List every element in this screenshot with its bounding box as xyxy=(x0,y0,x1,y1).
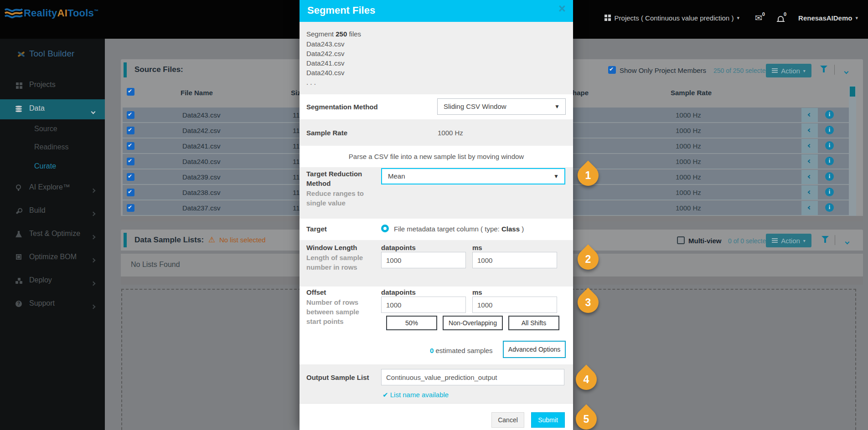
menu-bars-icon xyxy=(772,238,778,239)
ms-column-label: ms xyxy=(472,244,482,251)
lightbulb-icon xyxy=(16,184,23,192)
multiview-checkbox[interactable] xyxy=(677,236,685,244)
sidebar-item-data[interactable]: Data xyxy=(0,99,105,119)
sidebar-subitem-source[interactable]: Source xyxy=(0,121,105,139)
annotation-badge-4: 4 xyxy=(571,364,601,394)
tool-builder-label: Tool Builder xyxy=(29,49,74,59)
database-icon xyxy=(16,106,23,113)
sidebar-item-ai-explore[interactable]: AI Explore™ xyxy=(0,178,105,198)
no-lists-found: No Lists Found xyxy=(131,261,180,269)
scrollbar-thumb[interactable] xyxy=(850,87,855,97)
row-checkbox[interactable] xyxy=(127,204,134,212)
segmentation-method-row: Segmentation Method Sliding CSV Window▼ xyxy=(300,94,573,119)
target-label: Target xyxy=(306,225,327,233)
offset-allshifts-button[interactable]: All Shifts xyxy=(508,316,559,330)
show-only-checkbox[interactable] xyxy=(608,66,616,74)
chevron-right-icon xyxy=(92,186,95,194)
sidebar-item-optimize-bom[interactable]: Optimize BOM xyxy=(0,248,105,268)
table-scrollbar[interactable] xyxy=(849,86,856,218)
window-length-ms-input[interactable] xyxy=(472,252,557,268)
window-length-datapoints-input[interactable] xyxy=(381,252,466,268)
action-button[interactable]: Action▾ xyxy=(766,234,811,247)
offset-ms-input[interactable] xyxy=(472,297,557,313)
tool-builder-header: Tool Builder xyxy=(0,43,105,66)
file-list-item: Data240.csv xyxy=(306,69,344,77)
offset-hint: Number of rows xyxy=(306,298,358,306)
info-icon[interactable]: i xyxy=(825,157,834,165)
accent-bar xyxy=(124,62,127,77)
row-checkbox[interactable] xyxy=(127,142,134,150)
offset-datapoints-input[interactable] xyxy=(381,297,466,313)
row-expand-chevron[interactable] xyxy=(801,108,818,122)
row-expand-chevron[interactable] xyxy=(801,185,818,200)
brand-logo[interactable]: RealityAITools™ xyxy=(24,7,98,19)
target-reduction-label: Target Reduction xyxy=(306,170,362,178)
row-checkbox[interactable] xyxy=(127,189,134,196)
sample-rate-label: Sample Rate xyxy=(306,129,347,137)
info-icon[interactable]: i xyxy=(825,110,834,119)
row-expand-chevron[interactable] xyxy=(801,154,818,169)
target-radio[interactable] xyxy=(381,225,389,232)
row-checkbox[interactable] xyxy=(127,127,134,134)
advanced-options-button[interactable]: Advanced Options xyxy=(503,341,566,358)
bell-icon[interactable] xyxy=(778,16,784,21)
sidebar-subitem-readiness[interactable]: Readiness xyxy=(0,139,105,157)
chevron-right-icon xyxy=(92,256,95,264)
sidebar-item-support[interactable]: Support xyxy=(0,294,105,314)
offset-nonoverlapping-button[interactable]: Non-Overlapping xyxy=(443,316,503,330)
row-expand-chevron[interactable] xyxy=(801,201,818,215)
info-icon[interactable]: i xyxy=(825,188,834,196)
filter-icon[interactable] xyxy=(822,236,829,243)
filter-icon[interactable] xyxy=(820,66,827,73)
info-icon[interactable]: i xyxy=(825,203,834,212)
datapoints-column-label: datapoints xyxy=(381,244,416,251)
sidebar-item-test-optimize[interactable]: Test & Optimize xyxy=(0,225,105,245)
row-expand-chevron[interactable] xyxy=(801,123,818,138)
divider xyxy=(835,235,835,245)
sidebar-item-projects[interactable]: Projects xyxy=(0,76,105,96)
caret-down-icon: ▾ xyxy=(737,15,739,21)
info-icon[interactable]: i xyxy=(825,126,834,134)
segmentation-method-select[interactable]: Sliding CSV Window▼ xyxy=(437,98,566,115)
divider xyxy=(834,65,835,75)
submit-button[interactable]: Submit xyxy=(531,412,565,428)
window-length-label: Window Length xyxy=(306,244,357,251)
collapse-chevron-icon[interactable] xyxy=(845,67,848,75)
info-icon[interactable]: i xyxy=(825,172,834,181)
projects-menu[interactable]: Projects ( Continuous value prediction ) xyxy=(615,14,734,22)
mail-icon[interactable]: ✉ xyxy=(755,13,762,23)
multiview-label: Multi-view xyxy=(688,237,722,245)
target-reduction-select[interactable]: Mean▼ xyxy=(381,168,565,184)
ms-column-label: ms xyxy=(472,288,482,296)
cancel-button[interactable]: Cancel xyxy=(491,412,524,428)
list-name-available: ✔ List name available xyxy=(382,391,449,399)
chevron-right-icon xyxy=(92,302,95,310)
offset-row: Offset Number of rows between sample sta… xyxy=(300,287,573,364)
collapse-chevron-icon[interactable] xyxy=(846,237,849,246)
menu-bars-icon xyxy=(772,68,778,69)
segment-summary: Segment 250 files xyxy=(306,30,361,38)
sidebar-subitem-curate[interactable]: Curate xyxy=(0,158,105,176)
caret-down-icon: ▼ xyxy=(554,99,560,114)
user-caret-icon: ▾ xyxy=(855,15,858,21)
offset-50pct-button[interactable]: 50% xyxy=(386,316,437,330)
row-expand-chevron[interactable] xyxy=(801,139,818,153)
sidebar-item-build[interactable]: Build xyxy=(0,201,105,221)
close-icon[interactable]: × xyxy=(558,2,566,16)
row-expand-chevron[interactable] xyxy=(801,170,818,184)
output-name-input[interactable] xyxy=(381,369,564,385)
sidebar-item-deploy[interactable]: Deploy xyxy=(0,271,105,291)
row-checkbox[interactable] xyxy=(127,158,134,165)
select-all-checkbox[interactable] xyxy=(127,88,134,96)
target-reduction-row: Target Reduction Method Reduce ranges to… xyxy=(300,167,573,219)
info-icon[interactable]: i xyxy=(825,141,834,150)
action-button[interactable]: Action▾ xyxy=(766,64,811,77)
output-label: Output Sample List xyxy=(306,374,369,381)
row-checkbox[interactable] xyxy=(127,173,134,181)
user-menu[interactable]: RenesasAIDemo xyxy=(798,14,852,22)
apps-grid-icon xyxy=(604,15,607,17)
modal-title: Segment Files xyxy=(307,5,375,16)
row-checkbox[interactable] xyxy=(127,111,134,119)
warning-icon: ⚠ xyxy=(208,235,215,245)
chip-icon xyxy=(16,254,23,261)
